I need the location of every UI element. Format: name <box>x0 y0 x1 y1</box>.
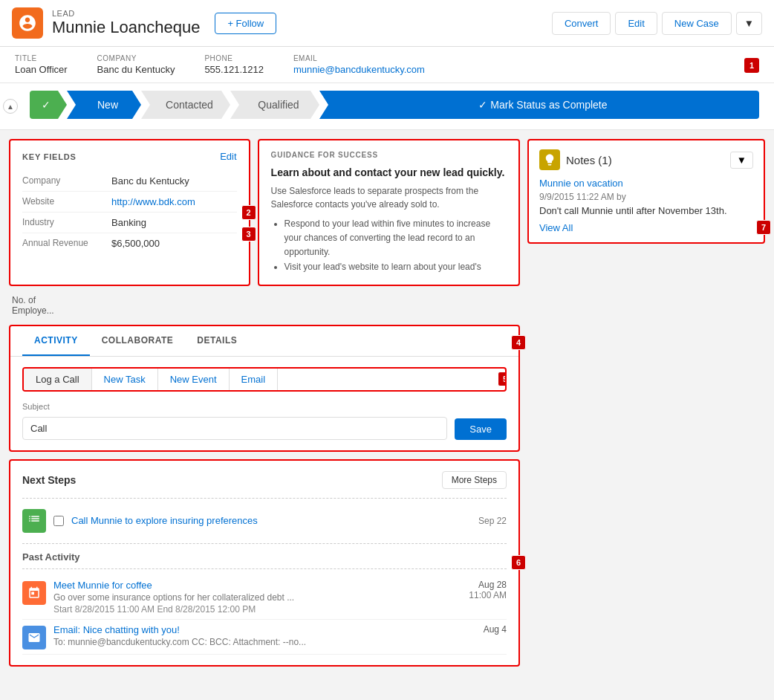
annotation-5: 5 <box>498 372 507 386</box>
guidance-text: Use Salesforce leads to separate prospec… <box>271 184 507 211</box>
note-icon <box>543 153 556 166</box>
annotation-2: 2 <box>241 205 256 220</box>
field-name-website: Website <box>22 196 111 207</box>
status-step-check[interactable]: ✓ <box>30 91 67 119</box>
activity-date-block-2: Aug 4 <box>455 624 507 649</box>
email-icon <box>27 631 41 644</box>
subtab-new-event[interactable]: New Event <box>158 369 230 390</box>
tab-activity[interactable]: ACTIVITY <box>22 326 90 356</box>
activity-date-block-1: Aug 28 11:00 AM <box>455 580 507 615</box>
activity-icon-1 <box>22 581 46 605</box>
follow-button[interactable]: + Follow <box>215 13 276 34</box>
header-actions: Convert Edit New Case ▼ <box>552 12 762 35</box>
task-list-icon <box>27 514 41 528</box>
key-fields-header: KEY FIELDS Edit <box>22 151 237 162</box>
right-column: Notes (1) ▼ Munnie on vacation 9/9/2015 … <box>527 139 765 667</box>
key-fields-title: KEY FIELDS <box>22 152 77 161</box>
new-case-button[interactable]: New Case <box>662 12 732 35</box>
activity-item-1: Meet Munnie for coffee Go over some insu… <box>22 575 507 620</box>
next-steps-header: Next Steps More Steps <box>22 471 507 489</box>
field-name-company: Company <box>22 175 111 187</box>
field-row-website: Website http://www.bdk.com <box>22 192 237 213</box>
field-row-industry: Industry Banking <box>22 213 237 233</box>
tab-activity-content: Log a Call New Task New Event Email 5 Su… <box>10 357 518 450</box>
field-name-industry: Industry <box>22 217 111 228</box>
activity-meta-1: Start 8/28/2015 11:00 AM End 8/28/2015 1… <box>53 604 447 615</box>
notes-panel: Notes (1) ▼ Munnie on vacation 9/9/2015 … <box>527 139 765 244</box>
email-field: EMAIL munnie@bancdukentucky.com <box>293 54 425 75</box>
task-checkbox-1[interactable] <box>53 516 64 526</box>
subject-row: Save <box>22 417 507 440</box>
convert-button[interactable]: Convert <box>552 12 611 35</box>
guidance-panel: GUIDANCE FOR SUCCESS Learn about and con… <box>258 139 520 286</box>
note-title-link[interactable]: Munnie on vacation <box>539 178 753 189</box>
next-steps-panel: Next Steps More Steps Call Munnie to exp… <box>9 459 520 667</box>
subject-input[interactable] <box>22 417 447 440</box>
activity-link-1[interactable]: Meet Munnie for coffee <box>53 580 447 591</box>
tabs-panel: ACTIVITY COLLABORATE DETAILS Log a Call … <box>9 325 520 452</box>
notes-count-label: Notes (1) <box>566 154 612 166</box>
tab-details[interactable]: DETAILS <box>185 326 249 356</box>
page-wrapper: LEAD Munnie Loancheque + Follow Convert … <box>0 0 774 700</box>
guidance-heading: Learn about and contact your new lead qu… <box>271 166 507 178</box>
salesforce-icon <box>18 13 37 33</box>
company-label: COMPANY <box>97 54 175 62</box>
calendar-icon <box>27 586 41 600</box>
status-step-new[interactable]: New <box>67 91 141 119</box>
activity-details-1: Meet Munnie for coffee Go over some insu… <box>53 580 447 615</box>
activity-desc-2: To: munnie@bancdukentucky.com CC: BCC: A… <box>53 637 447 647</box>
key-fields-edit-link[interactable]: Edit <box>220 151 236 162</box>
notes-header: Notes (1) ▼ <box>539 149 753 170</box>
subject-input-wrap <box>22 417 447 440</box>
activity-time-1: 11:00 AM <box>455 590 507 600</box>
note-body: Don't call Munnie until after November 1… <box>539 205 753 216</box>
left-column: KEY FIELDS Edit Company Banc du Kentucky… <box>9 139 520 667</box>
status-step-qualified[interactable]: Qualified <box>230 91 319 119</box>
edit-button[interactable]: Edit <box>615 12 657 35</box>
record-name: Munnie Loancheque <box>52 18 200 37</box>
employees-label: No. ofEmploye... <box>9 294 520 317</box>
header: LEAD Munnie Loancheque + Follow Convert … <box>0 0 774 47</box>
task-date-1: Sep 22 <box>478 516 507 526</box>
annotation-7: 7 <box>756 220 771 235</box>
field-name-revenue: Annual Revenue <box>22 238 111 249</box>
next-steps-title: Next Steps <box>22 474 76 486</box>
guidance-list: Respond to your lead within five minutes… <box>271 217 507 274</box>
past-activity-label: Past Activity <box>22 551 507 563</box>
notes-icon <box>539 149 560 170</box>
subtab-email[interactable]: Email <box>230 369 279 390</box>
phone-label: PHONE <box>204 54 264 62</box>
field-value-website[interactable]: http://www.bdk.com <box>111 196 195 207</box>
notes-dropdown-button[interactable]: ▼ <box>730 152 753 169</box>
divider-2 <box>22 543 507 544</box>
annotation-4: 4 <box>511 335 526 350</box>
mark-complete-label: ✓ Mark Status as Complete <box>478 99 607 111</box>
collapse-button[interactable]: ▲ <box>3 99 18 114</box>
status-step-contacted[interactable]: Contacted <box>141 91 230 119</box>
task-text-1[interactable]: Call Munnie to explore insuring preferen… <box>71 515 471 526</box>
header-title-block: LEAD Munnie Loancheque <box>52 9 200 37</box>
field-value-revenue: $6,500,000 <box>111 238 160 249</box>
subtab-log-call[interactable]: Log a Call <box>24 369 92 390</box>
main-content: KEY FIELDS Edit Company Banc du Kentucky… <box>0 130 774 675</box>
task-item-1: Call Munnie to explore insuring preferen… <box>22 505 507 537</box>
tab-collaborate[interactable]: COLLABORATE <box>90 326 186 356</box>
view-all-link[interactable]: View All <box>539 222 753 233</box>
activity-link-2[interactable]: Email: Nice chatting with you! <box>53 624 447 635</box>
guidance-title: GUIDANCE FOR SUCCESS <box>271 151 507 159</box>
info-bar: TITLE Loan Officer COMPANY Banc du Kentu… <box>0 47 774 83</box>
lead-label: LEAD <box>52 9 200 18</box>
field-value-company: Banc du Kentucky <box>111 175 189 187</box>
subtab-new-task[interactable]: New Task <box>92 369 158 390</box>
activity-icon-2 <box>22 626 46 649</box>
more-steps-button[interactable]: More Steps <box>442 471 507 489</box>
more-actions-button[interactable]: ▼ <box>736 12 762 35</box>
app-logo <box>12 7 43 39</box>
status-container: ▲ ✓ New Contacted Qualified ✓ Mark Statu… <box>0 83 774 130</box>
company-value: Banc du Kentucky <box>97 64 175 75</box>
annotation-6: 6 <box>511 555 526 570</box>
status-step-mark-complete[interactable]: ✓ Mark Status as Complete <box>319 91 759 119</box>
phone-value: 555.121.1212 <box>204 64 264 75</box>
guidance-bullet-2: Visit your lead's website to learn about… <box>284 260 507 274</box>
save-button[interactable]: Save <box>455 418 507 440</box>
